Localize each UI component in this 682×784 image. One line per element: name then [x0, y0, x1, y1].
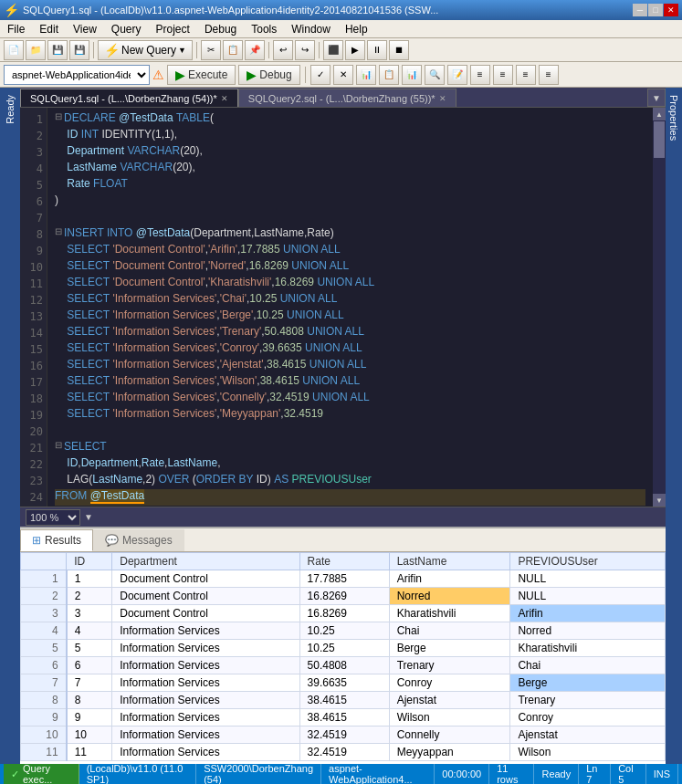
cell-prev[interactable]: Trenary: [510, 692, 666, 709]
cell-lastname[interactable]: Meyyappan: [389, 744, 510, 761]
vertical-scrollbar[interactable]: ▲ ▼: [653, 108, 666, 507]
menu-view[interactable]: View: [66, 21, 104, 37]
scroll-up-button[interactable]: ▲: [653, 108, 666, 120]
cell-id[interactable]: 5: [67, 640, 112, 657]
cell-lastname[interactable]: Wilson: [389, 709, 510, 727]
cell-dept[interactable]: Information Services: [112, 622, 299, 640]
cell-id[interactable]: 10: [67, 727, 112, 744]
tab2-close[interactable]: ✕: [439, 94, 446, 103]
cell-prev[interactable]: Berge: [510, 674, 666, 692]
maximize-button[interactable]: □: [648, 4, 663, 16]
cell-rownum[interactable]: 10: [21, 727, 67, 744]
cell-rate[interactable]: 32.4519: [299, 727, 389, 744]
toolbar-btn-undo[interactable]: ↩: [273, 40, 293, 60]
toolbar-btn-14[interactable]: ≡: [493, 65, 513, 85]
tab-sqlquery2[interactable]: SQLQuery2.sql - (L...\DorbenZhang (55))*…: [238, 89, 456, 107]
cell-id[interactable]: 2: [67, 588, 112, 605]
cell-rownum[interactable]: 11: [21, 744, 67, 761]
cell-rate[interactable]: 38.4615: [299, 709, 389, 727]
new-query-dropdown-icon[interactable]: ▼: [178, 46, 186, 55]
cell-rownum[interactable]: 8: [21, 692, 67, 709]
cell-rate[interactable]: 32.4519: [299, 744, 389, 761]
toolbar-btn-parse[interactable]: ✓: [310, 65, 331, 85]
cell-prev[interactable]: NULL: [510, 570, 666, 588]
cell-prev[interactable]: Arifin: [510, 605, 666, 622]
cell-lastname[interactable]: Ajenstat: [389, 692, 510, 709]
cell-rownum[interactable]: 4: [21, 622, 67, 640]
database-selector[interactable]: aspnet-WebApplication4ide...: [4, 65, 150, 85]
cell-id[interactable]: 7: [67, 674, 112, 692]
toolbar-btn-copy[interactable]: 📋: [223, 40, 243, 60]
toolbar-btn-7[interactable]: ⏸: [367, 40, 387, 60]
cell-rownum[interactable]: 2: [21, 588, 67, 605]
cell-rownum[interactable]: 1: [21, 570, 67, 588]
object-explorer-panel[interactable]: Ready: [0, 88, 20, 764]
code-editor[interactable]: ⊟DECLARE @TestData TABLE( ID INT IDENTIT…: [47, 108, 653, 507]
toolbar-btn-save[interactable]: 💾: [47, 40, 68, 60]
table-row[interactable]: 1111Information Services32.4519Meyyappan…: [21, 744, 666, 761]
table-row[interactable]: 99Information Services38.4615WilsonConro…: [21, 709, 666, 727]
table-row[interactable]: 33Document Control16.8269KharatishviliAr…: [21, 605, 666, 622]
cell-lastname[interactable]: Arifin: [389, 570, 510, 588]
cell-prev[interactable]: Conroy: [510, 709, 666, 727]
toolbar-btn-15[interactable]: ≡: [516, 65, 536, 85]
toolbar-btn-6[interactable]: ▶: [345, 40, 365, 60]
cell-rownum[interactable]: 9: [21, 709, 67, 727]
scroll-thumb[interactable]: [654, 121, 665, 158]
cell-dept[interactable]: Information Services: [112, 709, 299, 727]
table-row[interactable]: 77Information Services39.6635ConroyBerge: [21, 674, 666, 692]
scroll-track[interactable]: [653, 120, 666, 494]
cell-id[interactable]: 1: [67, 570, 112, 588]
tab-scroll-button[interactable]: ▼: [647, 89, 666, 107]
col-header-id[interactable]: ID: [67, 553, 112, 570]
cell-rate[interactable]: 39.6635: [299, 674, 389, 692]
table-row[interactable]: 66Information Services50.4808TrenaryChai: [21, 657, 666, 674]
cell-lastname[interactable]: Trenary: [389, 657, 510, 674]
cell-id[interactable]: 4: [67, 622, 112, 640]
results-table-container[interactable]: ID Department Rate LastName PREVIOUSUser…: [20, 552, 666, 764]
cell-id[interactable]: 3: [67, 605, 112, 622]
cell-lastname[interactable]: Kharatishvili: [389, 605, 510, 622]
col-header-lastname[interactable]: LastName: [389, 553, 510, 570]
menu-edit[interactable]: Edit: [32, 21, 66, 37]
toolbar-btn-redo[interactable]: ↪: [295, 40, 315, 60]
cell-id[interactable]: 8: [67, 692, 112, 709]
table-row[interactable]: 22Document Control16.8269NorredNULL: [21, 588, 666, 605]
table-row[interactable]: 88Information Services38.4615AjenstatTre…: [21, 692, 666, 709]
cell-rate[interactable]: 16.8269: [299, 588, 389, 605]
col-header-dept[interactable]: Department: [112, 553, 299, 570]
toolbar-btn-5[interactable]: ⬛: [323, 40, 343, 60]
table-row[interactable]: 1010Information Services32.4519ConnellyA…: [21, 727, 666, 744]
cell-rownum[interactable]: 3: [21, 605, 67, 622]
messages-tab[interactable]: 💬 Messages: [93, 529, 184, 551]
cell-rownum[interactable]: 7: [21, 674, 67, 692]
execute-button[interactable]: ▶ Execute: [167, 65, 236, 85]
cell-prev[interactable]: Wilson: [510, 744, 666, 761]
cell-dept[interactable]: Information Services: [112, 640, 299, 657]
col-header-prev[interactable]: PREVIOUSUser: [510, 553, 666, 570]
debug-button[interactable]: ▶ Debug: [238, 65, 299, 85]
toolbar-btn-13[interactable]: ≡: [470, 65, 490, 85]
toolbar-btn-10[interactable]: 📊: [402, 65, 422, 85]
menu-window[interactable]: Window: [284, 21, 338, 37]
cell-rate[interactable]: 10.25: [299, 640, 389, 657]
cell-lastname[interactable]: Connelly: [389, 727, 510, 744]
cell-rownum[interactable]: 6: [21, 657, 67, 674]
cell-dept[interactable]: Document Control: [112, 605, 299, 622]
cell-dept[interactable]: Information Services: [112, 744, 299, 761]
cell-dept[interactable]: Information Services: [112, 674, 299, 692]
toolbar-btn-9[interactable]: 📋: [379, 65, 399, 85]
table-row[interactable]: 11Document Control17.7885ArifinNULL: [21, 570, 666, 588]
cell-prev[interactable]: Ajenstat: [510, 727, 666, 744]
cell-dept[interactable]: Information Services: [112, 692, 299, 709]
toolbar-btn-cut[interactable]: ✂: [201, 40, 221, 60]
toolbar-btn-results[interactable]: 📊: [356, 65, 376, 85]
menu-project[interactable]: Project: [149, 21, 197, 37]
cell-rownum[interactable]: 5: [21, 640, 67, 657]
results-tab[interactable]: ⊞ Results: [20, 529, 93, 551]
cell-id[interactable]: 11: [67, 744, 112, 761]
cell-prev[interactable]: Chai: [510, 657, 666, 674]
col-header-rate[interactable]: Rate: [299, 553, 389, 570]
cell-rate[interactable]: 16.8269: [299, 605, 389, 622]
menu-help[interactable]: Help: [338, 21, 375, 37]
